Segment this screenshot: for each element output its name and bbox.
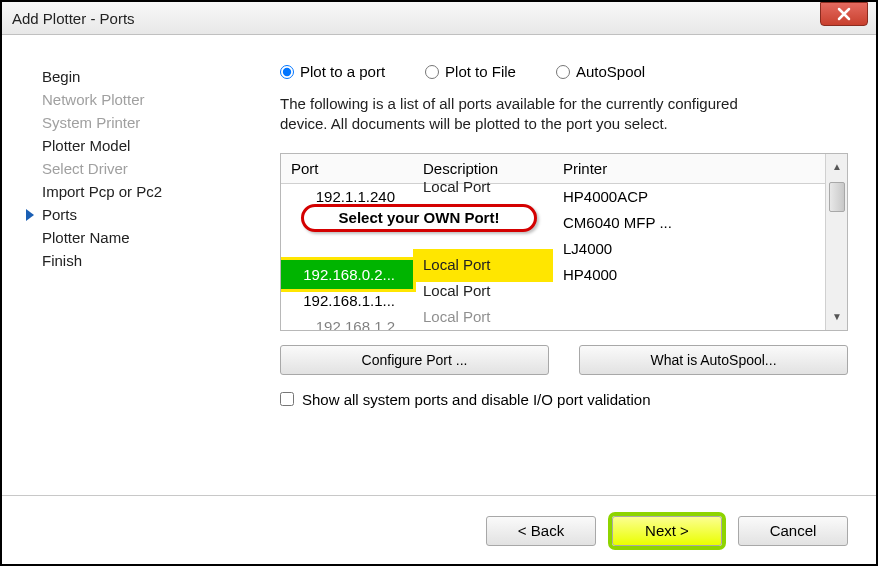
title-bar: Add Plotter - Ports bbox=[2, 2, 876, 35]
cell-description: Local Port bbox=[413, 171, 553, 203]
annotation-callout: Select your OWN Port! bbox=[301, 204, 537, 232]
radio-plot-to-port-input[interactable] bbox=[280, 65, 294, 79]
header-port[interactable]: Port bbox=[281, 154, 413, 183]
scroll-thumb[interactable] bbox=[829, 182, 845, 212]
step-ports: Ports bbox=[42, 203, 242, 226]
cell-port bbox=[281, 243, 413, 255]
cancel-button[interactable]: Cancel bbox=[738, 516, 848, 546]
radio-plot-to-port[interactable]: Plot to a port bbox=[280, 63, 385, 80]
step-plotter-name: Plotter Name bbox=[42, 226, 242, 249]
radio-plot-to-file-input[interactable] bbox=[425, 65, 439, 79]
radio-autospool-label: AutoSpool bbox=[576, 63, 645, 80]
radio-plot-to-port-label: Plot to a port bbox=[300, 63, 385, 80]
cell-printer: CM6040 MFP ... bbox=[553, 208, 693, 237]
instruction-text: The following is a list of all ports ava… bbox=[280, 94, 740, 135]
cell-description: Local Port bbox=[413, 301, 553, 329]
table-scrollbar[interactable]: ▲ ▼ bbox=[825, 154, 847, 330]
close-icon bbox=[837, 7, 851, 21]
cell-printer: HP4000 bbox=[553, 260, 693, 289]
configure-port-button[interactable]: Configure Port ... bbox=[280, 345, 549, 375]
step-select-driver: Select Driver bbox=[42, 157, 242, 180]
close-button[interactable] bbox=[820, 2, 868, 26]
table-row[interactable]: 192.168.1.2 Local Port bbox=[281, 314, 825, 330]
radio-plot-to-file[interactable]: Plot to File bbox=[425, 63, 516, 80]
step-import-pcp: Import Pcp or Pc2 bbox=[42, 180, 242, 203]
step-network-plotter: Network Plotter bbox=[42, 88, 242, 111]
scroll-up-icon[interactable]: ▲ bbox=[829, 158, 845, 176]
cell-printer: LJ4000 bbox=[553, 234, 693, 263]
table-row-selected[interactable]: 192.168.0.2... Local Port HP4000 bbox=[281, 262, 825, 288]
what-is-autospool-button[interactable]: What is AutoSpool... bbox=[579, 345, 848, 375]
main-panel: Plot to a port Plot to File AutoSpool Th… bbox=[252, 35, 876, 495]
step-finish: Finish bbox=[42, 249, 242, 272]
wizard-steps-sidebar: Begin Network Plotter System Printer Plo… bbox=[2, 35, 252, 495]
ports-table: Port Description Printer Select your OWN… bbox=[280, 153, 848, 331]
table-row[interactable]: LJ4000 bbox=[281, 236, 825, 262]
table-header-row: Port Description Printer bbox=[281, 154, 825, 184]
radio-autospool-input[interactable] bbox=[556, 65, 570, 79]
header-printer[interactable]: Printer bbox=[553, 154, 693, 183]
cell-port: 192.168.1.2 bbox=[281, 312, 413, 330]
wizard-footer: < Back Next > Cancel bbox=[2, 495, 876, 565]
step-begin: Begin bbox=[42, 65, 242, 88]
step-system-printer: System Printer bbox=[42, 111, 242, 134]
cell-port: 192.168.1.1... bbox=[281, 286, 413, 315]
cell-printer: HP4000ACP bbox=[553, 182, 693, 211]
step-plotter-model: Plotter Model bbox=[42, 134, 242, 157]
show-all-ports-label: Show all system ports and disable I/O po… bbox=[302, 391, 651, 408]
cell-printer bbox=[553, 321, 693, 330]
scroll-down-icon[interactable]: ▼ bbox=[829, 308, 845, 326]
next-button[interactable]: Next > bbox=[612, 516, 722, 546]
cell-description bbox=[413, 234, 553, 246]
radio-plot-to-file-label: Plot to File bbox=[445, 63, 516, 80]
cell-port: 192.168.0.2... bbox=[281, 260, 413, 289]
cell-printer bbox=[553, 295, 693, 307]
back-button[interactable]: < Back bbox=[486, 516, 596, 546]
table-row[interactable]: 192.168.1.1... Local Port bbox=[281, 288, 825, 314]
show-all-ports-checkbox[interactable] bbox=[280, 392, 294, 406]
radio-autospool[interactable]: AutoSpool bbox=[556, 63, 645, 80]
window-title: Add Plotter - Ports bbox=[12, 10, 135, 27]
